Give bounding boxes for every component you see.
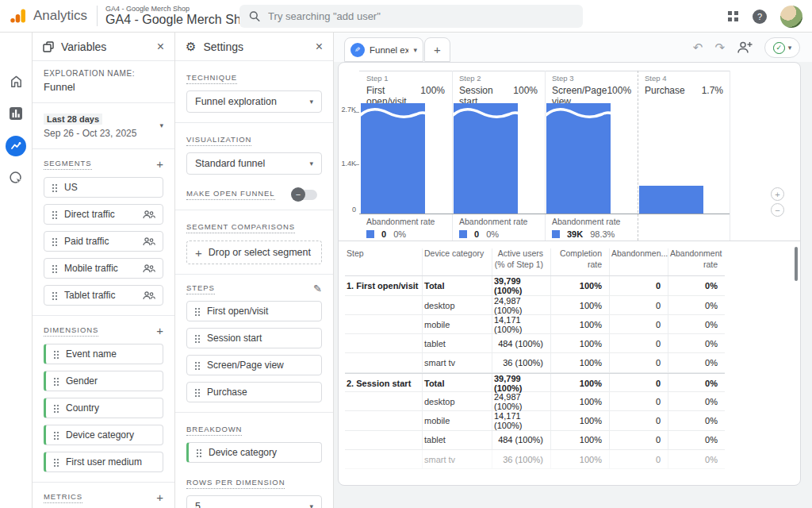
add-icon: +: [195, 246, 202, 260]
segment-chip-paid-traffic[interactable]: Paid traffic: [44, 231, 163, 252]
share-users-icon[interactable]: [737, 41, 753, 54]
visualization-select[interactable]: Standard funnel ▾: [186, 152, 322, 175]
exploration-name-label: EXPLORATION NAME:: [44, 69, 163, 78]
dimension-chip-gender[interactable]: Gender: [44, 371, 163, 391]
drag-handle-icon[interactable]: [52, 264, 58, 273]
tab-funnel-exploration[interactable]: ✎ Funnel explor... ▾: [344, 37, 423, 62]
dimension-chip-first-user-medium[interactable]: First user medium: [44, 452, 163, 472]
drag-handle-icon[interactable]: [53, 458, 59, 467]
breakdown-chip-device-category[interactable]: Device category: [186, 442, 322, 463]
avatar[interactable]: [780, 6, 802, 28]
close-variables-icon[interactable]: ×: [157, 40, 164, 54]
drop-segment-target[interactable]: + Drop or select segment: [186, 241, 322, 264]
chevron-down-icon: ▾: [309, 98, 313, 106]
step-chip-purchase[interactable]: Purchase: [186, 382, 322, 402]
drag-handle-icon[interactable]: [53, 404, 59, 413]
technique-section: TECHNIQUE Funnel exploration ▾: [175, 61, 333, 123]
funnel-bar-step-2[interactable]: [454, 103, 518, 214]
table-row: smart tv36 (100%)100%00%: [345, 353, 725, 372]
search-bar[interactable]: [239, 5, 583, 28]
variables-panel: Variables × EXPLORATION NAME: Funnel Las…: [33, 33, 175, 508]
edit-tab-icon: ✎: [350, 43, 365, 57]
segment-chip-tablet-traffic[interactable]: Tablet traffic: [44, 285, 163, 306]
step-chip-session-start[interactable]: Session start: [186, 328, 322, 348]
segment-chip-us[interactable]: US: [44, 177, 163, 198]
drag-handle-icon[interactable]: [52, 183, 58, 192]
toggle-knob: −: [291, 187, 305, 202]
x-axis-line: [359, 214, 730, 214]
funnel-bar-step-1[interactable]: [361, 103, 425, 214]
search-input[interactable]: [268, 10, 573, 22]
top-app-bar: Analytics GA4 - Google Merch Shop GA4 - …: [0, 0, 812, 33]
date-caret-icon[interactable]: ▾: [159, 121, 163, 129]
y-axis-tick-label: 0: [339, 206, 356, 214]
drag-handle-icon[interactable]: [52, 210, 58, 219]
help-icon[interactable]: ?: [753, 10, 767, 24]
drag-handle-icon[interactable]: [53, 350, 59, 359]
date-range-text: Sep 26 - Oct 23, 2025: [44, 128, 159, 139]
zoom-out-icon[interactable]: −: [771, 203, 784, 217]
drag-handle-icon[interactable]: [53, 431, 59, 440]
funnel-bar-step-4[interactable]: [639, 186, 703, 214]
rows-per-dimension-select[interactable]: 5 ▾: [186, 495, 322, 508]
saved-status-button[interactable]: ✓ ▾: [764, 37, 800, 58]
abandonment-step-1: Abandonment rate 00%: [359, 217, 452, 239]
redo-icon[interactable]: ↷: [714, 40, 725, 55]
step-chip-screen-page-view[interactable]: Screen/Page view: [186, 355, 322, 375]
nav-explore-icon-active[interactable]: [0, 136, 32, 156]
undo-icon[interactable]: ↶: [693, 40, 703, 55]
abandonment-step-2: Abandonment rate 00%: [452, 217, 545, 239]
segment-chip-mobile-traffic[interactable]: Mobile traffic: [44, 258, 163, 279]
close-settings-icon[interactable]: ×: [316, 40, 323, 54]
drag-handle-icon[interactable]: [194, 334, 201, 343]
segment-comparisons-section: SEGMENT COMPARISONS + Drop or select seg…: [175, 210, 333, 275]
nav-home-icon[interactable]: [0, 74, 32, 89]
drag-handle-icon[interactable]: [194, 307, 201, 316]
table-scrollbar[interactable]: [795, 247, 798, 281]
drag-handle-icon[interactable]: [194, 388, 201, 397]
segments-label: SEGMENTS: [44, 159, 92, 170]
drag-handle-icon[interactable]: [52, 291, 58, 300]
make-open-funnel-toggle[interactable]: −: [293, 190, 317, 200]
y-axis-tick-label: 1.4K: [339, 160, 356, 167]
funnel-visualization: Step 1 First open/visit100% Step 2 Sessi…: [339, 63, 800, 241]
drag-handle-icon[interactable]: [194, 361, 201, 370]
nav-reports-icon[interactable]: [0, 106, 32, 121]
analytics-logo[interactable]: Analytics: [10, 8, 87, 24]
edit-steps-icon[interactable]: ✎: [313, 283, 322, 294]
tab-caret-icon[interactable]: ▾: [413, 46, 417, 54]
drag-handle-icon[interactable]: [196, 448, 202, 457]
drag-handle-icon[interactable]: [53, 377, 59, 386]
add-metric-icon[interactable]: +: [156, 491, 163, 504]
apps-grid-icon[interactable]: [728, 11, 739, 22]
property-selector[interactable]: GA4 - Google Merch Shop GA4 - Google Mer…: [105, 5, 255, 28]
funnel-bar-step-3[interactable]: [546, 103, 611, 214]
exploration-name-value[interactable]: Funnel: [44, 81, 163, 93]
truncation-wave-icon: [454, 106, 518, 123]
date-range-section[interactable]: Last 28 days Sep 26 - Oct 23, 2025 ▾: [33, 103, 174, 149]
table-header-row: Step Device category Active users(% of S…: [345, 241, 725, 276]
people-icon: [143, 291, 155, 300]
technique-select[interactable]: Funnel exploration ▾: [186, 90, 322, 113]
add-tab-button[interactable]: +: [424, 37, 450, 62]
dimension-chip-event-name[interactable]: Event name: [44, 344, 163, 364]
add-segment-icon[interactable]: +: [156, 157, 163, 171]
variables-title: Variables: [61, 40, 150, 53]
abandonment-step-3: Abandonment rate 39K98.3%: [545, 217, 638, 239]
table-row: desktop24,987 (100%)100%00%: [345, 296, 725, 315]
segment-chip-direct-traffic[interactable]: Direct traffic: [44, 204, 163, 225]
dimension-chip-country[interactable]: Country: [44, 398, 163, 418]
funnel-card: Step 1 First open/visit100% Step 2 Sessi…: [338, 62, 801, 486]
segment-comparisons-label: SEGMENT COMPARISONS: [186, 222, 295, 233]
drag-handle-icon[interactable]: [52, 237, 58, 246]
settings-panel: ⚙ Settings × TECHNIQUE Funnel exploratio…: [175, 33, 334, 508]
exploration-name-section: EXPLORATION NAME: Funnel: [33, 61, 174, 103]
step-chip-first-open-visit[interactable]: First open/visit: [186, 301, 322, 321]
add-dimension-icon[interactable]: +: [156, 324, 163, 337]
zoom-in-icon[interactable]: +: [771, 187, 784, 201]
table-row: smart tv36 (100%)100%00%: [345, 450, 725, 469]
nav-advertising-icon[interactable]: [0, 171, 32, 186]
topbar-divider: [97, 6, 98, 26]
dimension-chip-device-category[interactable]: Device category: [44, 425, 163, 445]
people-icon: [143, 264, 155, 273]
